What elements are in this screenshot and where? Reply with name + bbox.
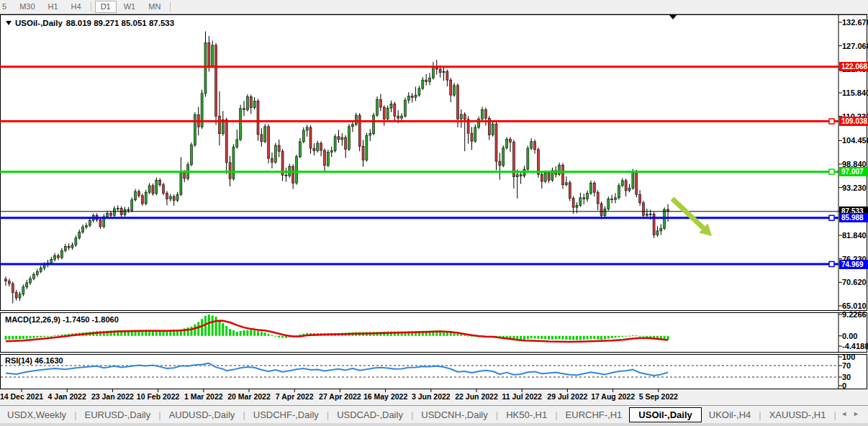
period-button-H1[interactable]: H1 bbox=[42, 1, 64, 13]
period-button-D1[interactable]: D1 bbox=[95, 1, 117, 13]
price-axis-label: 65.010 bbox=[842, 302, 867, 310]
rsi-axis-label: 0 bbox=[842, 381, 846, 390]
chart-title-arrow-icon bbox=[6, 21, 12, 25]
price-badge-109.038: 109.038 bbox=[839, 117, 868, 126]
price-badge-122.068: 122.068 bbox=[839, 62, 868, 71]
period-button-H4[interactable]: H4 bbox=[65, 1, 87, 13]
macd-indicator-label: MACD(12,26,9) -1.7450 -1.8060 bbox=[5, 315, 119, 324]
chart-ohlc-values: 88.019 89.271 85.051 87.533 bbox=[66, 19, 174, 27]
period-button-5[interactable]: 5 bbox=[0, 1, 12, 13]
tab-hk50-h1[interactable]: HK50-,H1 bbox=[499, 408, 554, 422]
macd-panel[interactable] bbox=[0, 312, 867, 353]
tab-usdcad-daily[interactable]: USDCAD-,Daily bbox=[330, 408, 410, 422]
price-axis-label: 70.620 bbox=[842, 278, 867, 286]
tab-audusd-daily[interactable]: AUDUSD-,Daily bbox=[162, 408, 243, 422]
date-label: 27 Apr 2022 bbox=[319, 392, 361, 401]
toolbar-separator bbox=[91, 2, 91, 12]
period-button-M30[interactable]: M30 bbox=[14, 1, 40, 13]
tab-usoil-daily[interactable]: USOil-,Daily bbox=[629, 407, 701, 422]
period-button-MN[interactable]: MN bbox=[143, 1, 166, 13]
price-axis-label: 127.060 bbox=[842, 42, 868, 50]
price-badge-97.007: 97.007 bbox=[839, 167, 868, 176]
rsi-indicator-label: RSI(14) 46.1630 bbox=[5, 356, 63, 365]
window-bottom-strip bbox=[0, 423, 868, 426]
date-label: 10 Feb 2022 bbox=[137, 392, 180, 401]
date-label: 20 Mar 2022 bbox=[227, 392, 271, 401]
date-label: 11 Jul 2022 bbox=[502, 392, 541, 401]
macd-axis-label: -4.4188 bbox=[842, 342, 868, 350]
tab-scroll-arrows[interactable]: ◄► bbox=[841, 410, 865, 417]
tab-usdchf-daily[interactable]: USDCHF-,Daily bbox=[246, 408, 326, 422]
date-label: 5 Sep 2022 bbox=[639, 392, 678, 401]
chart-tab-bar: USDX,Weekly|EURUSD-,Daily|AUDUSD-,Daily|… bbox=[0, 405, 868, 424]
tab-separator: | bbox=[833, 409, 836, 420]
date-label: 23 Jan 2022 bbox=[91, 392, 134, 401]
main-chart-panel[interactable] bbox=[0, 14, 867, 311]
date-label: 3 Jun 2022 bbox=[412, 392, 451, 401]
timeframe-toolbar: 5M30H1H4D1W1MN bbox=[0, 0, 868, 14]
tab-eurchf-h1[interactable]: EURCHF-,H1 bbox=[559, 408, 630, 422]
price-axis-label: 81.840 bbox=[842, 231, 867, 240]
toolbar-separator bbox=[170, 2, 171, 12]
date-label: 7 Apr 2022 bbox=[276, 392, 314, 401]
rsi-axis-label: 100 bbox=[842, 353, 855, 361]
period-button-W1[interactable]: W1 bbox=[118, 1, 142, 13]
date-label: 22 Jun 2022 bbox=[455, 392, 498, 401]
date-label: 4 Jan 2022 bbox=[48, 392, 86, 401]
price-badge-85.988: 85.988 bbox=[839, 213, 868, 222]
price-axis-label: 132.670 bbox=[842, 18, 868, 27]
date-label: 1 Mar 2022 bbox=[184, 392, 223, 401]
tab-xauusd-h1[interactable]: XAUUSD-,H1 bbox=[762, 408, 833, 422]
tab-usdcnh-daily[interactable]: USDCNH-,Daily bbox=[414, 408, 494, 422]
rsi-axis-label: 70 bbox=[842, 361, 851, 370]
date-label: 14 Dec 2021 bbox=[0, 392, 43, 401]
macd-axis-label: 0.00 bbox=[842, 332, 857, 340]
price-axis-label: 93.230 bbox=[842, 183, 867, 192]
rsi-axis-label: 30 bbox=[842, 373, 851, 381]
price-axis-label: 104.450 bbox=[842, 136, 868, 145]
tab-usdx-weekly[interactable]: USDX,Weekly bbox=[0, 408, 73, 422]
price-axis-label: 115.840 bbox=[842, 89, 868, 97]
date-label: 29 Jul 2022 bbox=[547, 392, 587, 401]
price-badge-74.969: 74.969 bbox=[839, 260, 868, 269]
tab-ukoil-h4[interactable]: UKOil-,H4 bbox=[702, 408, 759, 422]
tab-eurusd-daily[interactable]: EURUSD-,Daily bbox=[78, 408, 158, 422]
macd-axis-label: 9.2266 bbox=[842, 310, 867, 319]
rsi-panel[interactable] bbox=[0, 354, 867, 389]
chart-symbol-period: USOil-,Daily bbox=[15, 19, 63, 27]
chart-title: USOil-,Daily 88.019 89.271 85.051 87.533 bbox=[6, 19, 174, 27]
date-label: 16 May 2022 bbox=[363, 392, 407, 401]
date-label: 17 Aug 2022 bbox=[591, 392, 635, 401]
